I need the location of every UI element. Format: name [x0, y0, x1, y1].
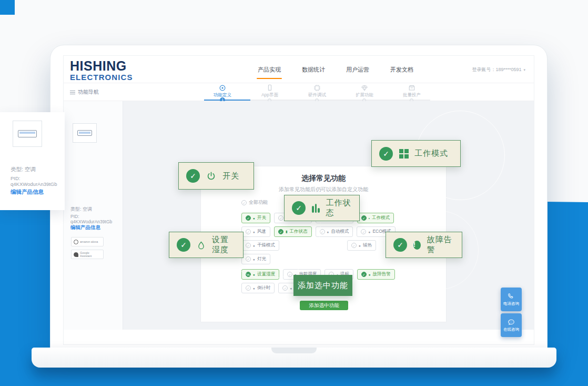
chevron-down-icon: ▾ [523, 68, 525, 72]
box-icon [388, 84, 435, 92]
callout-power: ✓ 开关 [178, 162, 254, 190]
power-icon [206, 171, 216, 181]
google-assistant-badge: Google Assistant [71, 250, 104, 259]
grid-icon [399, 149, 408, 158]
magnified-product-card: 类型: 空调 PID: q4KXWodurAn39tGb 编辑产品信息 [0, 112, 65, 210]
chat-icon [508, 319, 515, 326]
logo-line1: HISHING [70, 60, 133, 73]
stepper-track-active [204, 100, 250, 101]
chip-power[interactable]: ✓●开关 [241, 213, 270, 223]
chip-work-status[interactable]: ✓▮工作状态 [274, 226, 312, 237]
phone-consult-button[interactable]: 电话咨询 [501, 288, 522, 311]
callout-fault-alarm: ✓ ! 故障告警 [386, 232, 462, 258]
product-type: 类型: 空调 [11, 166, 36, 173]
step-app-ui[interactable]: App界面 [246, 84, 293, 98]
chip-fan-speed[interactable]: ✓●风速 [241, 226, 270, 237]
sub-header: 功能导航 功能定义 [64, 83, 534, 101]
light-icon: ● [253, 258, 255, 261]
chip-row-4: ✓●灯光 [241, 254, 399, 264]
product-sidebar: 类型: 空调 PID: q4KXWodurAn39tGb 编辑产品信息 amaz… [64, 101, 123, 330]
droplet-icon [197, 241, 206, 250]
air-conditioner-icon [77, 130, 92, 136]
phone-icon [246, 84, 293, 92]
chip-aux-heat[interactable]: ✓●辅热 [347, 240, 376, 251]
decor-corner-square [0, 0, 15, 15]
logo-line2: ELECTRONICS [70, 73, 133, 81]
laptop-notch [271, 348, 317, 353]
alert-icon: ! [413, 241, 421, 250]
power-icon: ● [253, 216, 255, 220]
air-conditioner-icon [18, 130, 37, 137]
product-type: 类型: 空调 [70, 206, 92, 213]
bars-icon [312, 204, 320, 213]
check-circle-icon: ✓ [177, 238, 190, 252]
droplet-icon: ● [253, 273, 255, 276]
auto-icon: ● [327, 230, 329, 234]
chip-icon [293, 84, 341, 92]
marketing-scene: HISHING ELECTRONICS 产品实现 数据统计 用户运营 开发文档 … [0, 0, 588, 386]
chip-work-mode[interactable]: ✓▪工作模式 [357, 213, 394, 223]
google-assistant-icon [74, 252, 78, 257]
top-nav: 产品实现 数据统计 用户运营 开发文档 [257, 56, 414, 83]
timer-icon: ● [253, 286, 255, 290]
magnified-add-selected-button[interactable]: 添加选中功能 [293, 275, 352, 296]
callout-work-status: ✓ 工作状态 [284, 195, 360, 221]
chip-set-humidity[interactable]: ✓●设置湿度 [241, 269, 279, 280]
fan-icon: ● [253, 230, 255, 234]
online-consult-button[interactable]: 在线咨询 [501, 313, 522, 337]
nav-stats[interactable]: 数据统计 [301, 64, 326, 76]
add-selected-button[interactable]: 添加选中功能 [300, 301, 348, 310]
product-image [13, 121, 42, 147]
chip-row-2: ✓●风速 ✓▮工作状态 ✓●自动模式 ✓●ECO模式 [241, 226, 399, 237]
chip-dry-mode[interactable]: ✓●干燥模式 [241, 240, 279, 251]
function-nav-label: 功能导航 [78, 88, 99, 96]
callout-work-mode: ✓ 工作模式 [371, 140, 461, 167]
step-function-define[interactable]: 功能定义 [199, 84, 246, 98]
check-circle-icon: ✓ [186, 169, 200, 183]
select-all-checkbox[interactable]: ✓ 全部功能 [241, 199, 268, 206]
phone-call-icon [508, 293, 515, 300]
app-header: HISHING ELECTRONICS 产品实现 数据统计 用户运营 开发文档 … [64, 56, 534, 83]
heat-icon: ● [359, 244, 361, 248]
step-extended-features[interactable]: 扩展功能 [341, 84, 388, 98]
select-all-label: 全部功能 [249, 199, 268, 206]
chip-countdown[interactable]: ✓●倒计时 [241, 283, 275, 293]
step-mass-production[interactable]: 批量投产 [388, 84, 435, 98]
edit-product-link[interactable]: 编辑产品信息 [70, 224, 100, 231]
account-menu[interactable]: 登录账号：189****0591 ▾ [472, 66, 525, 73]
chip-fault-alarm[interactable]: ✓●故障告警 [357, 269, 395, 280]
alert-icon: ● [369, 273, 371, 276]
stepper: 功能定义 App界面 硬件调 [199, 84, 435, 101]
nav-product[interactable]: 产品实现 [257, 64, 282, 76]
nav-docs[interactable]: 开发文档 [389, 64, 414, 76]
chip-auto-mode[interactable]: ✓●自动模式 [316, 226, 353, 237]
brand-logo: HISHING ELECTRONICS [70, 60, 133, 81]
product-pid: PID: q4KXWodurAn39tGb [11, 175, 63, 187]
check-circle-icon: ✓ [292, 201, 306, 215]
gem-icon [341, 84, 388, 92]
target-icon [199, 84, 246, 92]
product-image [73, 123, 97, 143]
alexa-badge: amazon alexa [71, 237, 104, 246]
eco-icon: ● [368, 230, 370, 234]
timer-icon: ● [290, 286, 292, 290]
bars-icon: ▮ [286, 230, 288, 234]
step-hardware-debug[interactable]: 硬件调试 [293, 84, 341, 98]
product-pid: PID: q4KXWodurAn39tGb [70, 214, 121, 224]
nav-operations[interactable]: 用户运营 [345, 64, 370, 76]
hamburger-icon [70, 90, 75, 95]
chip-row-3: ✓●干燥模式 ✓●辅热 [241, 240, 399, 251]
dry-icon: ● [253, 244, 255, 248]
callout-set-humidity: ✓ 设置湿度 [169, 232, 244, 258]
grid-icon: ▪ [369, 216, 370, 220]
account-label: 登录账号：189****0591 [472, 66, 521, 73]
alexa-icon [74, 240, 78, 244]
laptop-base [32, 348, 556, 368]
chip-light[interactable]: ✓●灯光 [241, 254, 270, 264]
check-circle-icon: ✓ [241, 200, 247, 205]
function-nav-toggle[interactable]: 功能导航 [70, 88, 99, 96]
check-circle-icon: ✓ [393, 238, 407, 252]
check-circle-icon: ✓ [379, 147, 393, 161]
edit-product-link[interactable]: 编辑产品信息 [11, 189, 44, 196]
